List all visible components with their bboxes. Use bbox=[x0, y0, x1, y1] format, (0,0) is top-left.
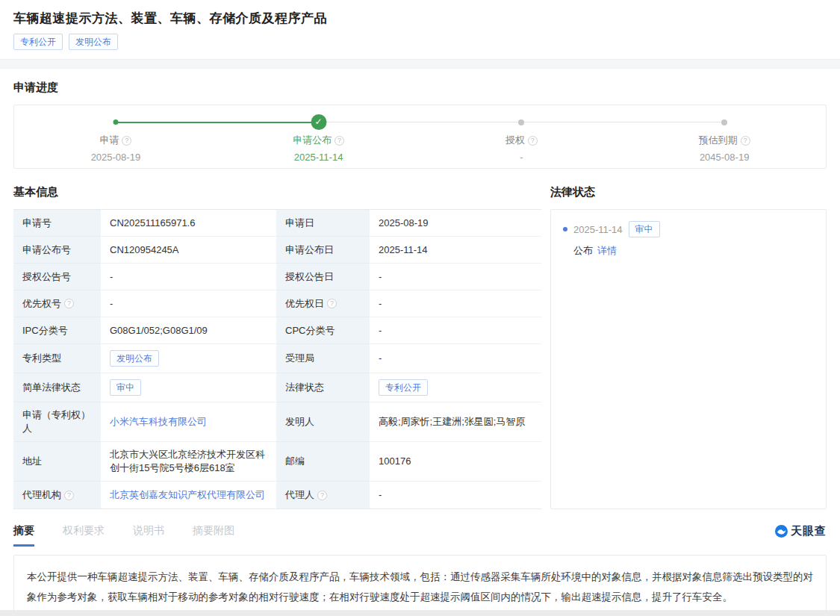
tab-abstract-figure[interactable]: 摘要附图 bbox=[193, 524, 234, 544]
help-icon[interactable]: ? bbox=[335, 136, 344, 146]
tab-description[interactable]: 说明书 bbox=[133, 524, 164, 544]
row-label: 申请日 bbox=[276, 210, 370, 237]
timeline-step-grant: 授权? - bbox=[420, 105, 623, 168]
legal-status-item: 2025-11-14 审中 公布详情 bbox=[563, 221, 814, 258]
address: 北京市大兴区北京经济技术开发区科创十街15号院5号楼6层618室 bbox=[101, 442, 276, 482]
grant-number: - bbox=[101, 264, 276, 290]
step-date: 2025-08-19 bbox=[14, 152, 217, 163]
tag-patent-publication: 专利公开 bbox=[13, 34, 63, 50]
step-label: 授权 bbox=[505, 134, 525, 146]
publication-date: 2025-11-14 bbox=[370, 237, 541, 264]
ipc-class: G08G1/052;G08G1/09 bbox=[101, 317, 276, 344]
row-label: 受理局 bbox=[276, 344, 370, 373]
help-icon[interactable]: ? bbox=[317, 491, 327, 500]
row-label: 授权公告号 bbox=[13, 264, 101, 290]
application-date: 2025-08-19 bbox=[370, 210, 541, 237]
help-icon[interactable]: ? bbox=[64, 491, 74, 500]
progress-heading: 申请进度 bbox=[13, 81, 827, 95]
row-label: 申请公布号 bbox=[13, 237, 101, 264]
tag-invention-publication: 发明公布 bbox=[69, 34, 118, 50]
row-label: 邮编 bbox=[276, 442, 370, 482]
legal-status-action: 公布 bbox=[573, 245, 593, 256]
table-row: 申请（专利权）人 小米汽车科技有限公司 发明人 高毅;周家忻;王建洲;张星圆;马… bbox=[13, 402, 541, 442]
page-title: 车辆超速提示方法、装置、车辆、存储介质及程序产品 bbox=[13, 10, 827, 27]
cpc-class: - bbox=[370, 317, 541, 344]
priority-date: - bbox=[370, 290, 541, 317]
row-label: 发明人 bbox=[276, 402, 370, 442]
tianyancha-logo-icon bbox=[775, 525, 788, 538]
agent: - bbox=[370, 482, 541, 508]
abstract-panel: 本公开提供一种车辆超速提示方法、装置、车辆、存储介质及程序产品，车辆技术领域，包… bbox=[13, 555, 827, 616]
step-date: 2045-08-19 bbox=[623, 152, 826, 163]
row-label: 申请公布日 bbox=[276, 237, 370, 264]
simple-legal-status-tag: 审中 bbox=[110, 379, 141, 396]
row-label: 授权公告日 bbox=[276, 264, 370, 290]
table-row: 授权公告号 - 授权公告日 - bbox=[13, 264, 541, 290]
help-icon[interactable]: ? bbox=[122, 136, 131, 146]
publication-number: CN120954245A bbox=[101, 237, 276, 264]
row-label: IPC分类号 bbox=[13, 317, 101, 344]
row-label: 申请号 bbox=[13, 210, 101, 237]
tianyancha-logo-text: 天眼查 bbox=[791, 524, 827, 538]
step-dot-pending bbox=[518, 119, 524, 125]
row-label: 优先权号 bbox=[22, 297, 61, 311]
table-row: 专利类型 发明公布 受理局 - bbox=[13, 344, 541, 373]
inventors: 高毅;周家忻;王建洲;张星圆;马智原 bbox=[370, 402, 541, 442]
tab-abstract[interactable]: 摘要 bbox=[13, 524, 34, 547]
row-label: 申请（专利权）人 bbox=[13, 402, 101, 442]
table-row: 代理机构? 北京英创嘉友知识产权代理有限公司 代理人? - bbox=[13, 482, 541, 508]
step-date: 2025-11-14 bbox=[217, 152, 420, 163]
postcode: 100176 bbox=[370, 442, 541, 482]
help-icon[interactable]: ? bbox=[327, 299, 337, 308]
tianyancha-brand: 天眼查 bbox=[775, 524, 827, 538]
abstract-text: 本公开提供一种车辆超速提示方法、装置、车辆、存储介质及程序产品，车辆技术领域，包… bbox=[27, 571, 813, 603]
step-label: 申请 bbox=[99, 134, 119, 146]
legal-status-detail-link[interactable]: 详情 bbox=[597, 245, 617, 256]
row-label: 代理人 bbox=[285, 488, 314, 502]
help-icon[interactable]: ? bbox=[64, 299, 74, 308]
table-row: IPC分类号 G08G1/052;G08G1/09 CPC分类号 - bbox=[13, 317, 541, 344]
row-label: 地址 bbox=[13, 442, 101, 482]
grant-date: - bbox=[370, 264, 541, 290]
legal-status-heading: 法律状态 bbox=[550, 185, 827, 199]
step-dot-pending bbox=[721, 119, 727, 125]
help-icon[interactable]: ? bbox=[528, 136, 538, 146]
step-label: 预估到期 bbox=[699, 134, 738, 146]
tab-claims[interactable]: 权利要求 bbox=[63, 524, 105, 544]
agency-link[interactable]: 北京英创嘉友知识产权代理有限公司 bbox=[110, 488, 265, 502]
bottom-band bbox=[0, 610, 840, 616]
receiving-office: - bbox=[370, 344, 541, 373]
basic-info-heading: 基本信息 bbox=[13, 185, 541, 199]
legal-status-panel: 2025-11-14 审中 公布详情 bbox=[550, 209, 827, 509]
row-label: 优先权日 bbox=[285, 297, 324, 311]
step-dot-done bbox=[113, 119, 118, 125]
row-label: 法律状态 bbox=[276, 373, 370, 402]
section-separator bbox=[0, 59, 840, 69]
bullet-dot-icon bbox=[563, 227, 567, 231]
row-label: CPC分类号 bbox=[276, 317, 370, 344]
progress-timeline: 申请? 2025-08-19 ✓ 申请公布? 2025-11-14 授权? - … bbox=[13, 105, 827, 169]
patent-type-tag: 发明公布 bbox=[110, 350, 159, 367]
table-row: 申请公布号 CN120954245A 申请公布日 2025-11-14 bbox=[13, 237, 541, 264]
row-label: 代理机构 bbox=[22, 488, 61, 502]
table-row: 简单法律状态 审中 法律状态 专利公开 bbox=[13, 373, 541, 402]
step-label: 申请公布 bbox=[293, 134, 332, 146]
detail-tabs: 摘要 权利要求 说明书 摘要附图 天眼查 bbox=[0, 524, 840, 547]
application-number: CN202511165971.6 bbox=[101, 210, 276, 237]
timeline-step-estimated-expiry: 预估到期? 2045-08-19 bbox=[623, 105, 826, 168]
legal-status-date: 2025-11-14 bbox=[573, 224, 623, 235]
priority-number: - bbox=[101, 290, 276, 317]
check-circle-icon: ✓ bbox=[311, 114, 326, 130]
step-date: - bbox=[420, 152, 623, 163]
help-icon[interactable]: ? bbox=[741, 136, 750, 146]
row-label: 专利类型 bbox=[13, 344, 101, 373]
legal-status-item-tag: 审中 bbox=[629, 221, 660, 237]
basic-info-table: 申请号 CN202511165971.6 申请日 2025-08-19 申请公布… bbox=[13, 209, 541, 509]
title-tags: 专利公开 发明公布 bbox=[13, 34, 827, 50]
timeline-step-application: 申请? 2025-08-19 bbox=[14, 105, 217, 168]
applicant-link[interactable]: 小米汽车科技有限公司 bbox=[110, 415, 207, 429]
timeline-step-publication: ✓ 申请公布? 2025-11-14 bbox=[217, 105, 420, 168]
row-label: 简单法律状态 bbox=[13, 373, 101, 402]
table-row: 地址 北京市大兴区北京经济技术开发区科创十街15号院5号楼6层618室 邮编 1… bbox=[13, 442, 541, 482]
legal-status-tag: 专利公开 bbox=[379, 379, 428, 396]
